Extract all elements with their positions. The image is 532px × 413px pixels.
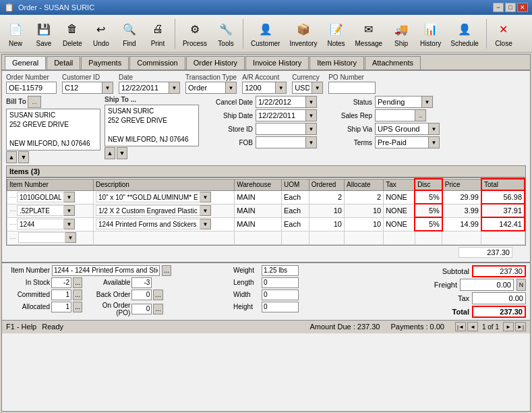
sales-rep-input[interactable] bbox=[375, 109, 415, 121]
ship-via-dropdown[interactable]: ▼ bbox=[429, 123, 440, 135]
transaction-type-input[interactable] bbox=[185, 82, 226, 94]
bill-to-scroll-down[interactable]: ▼ bbox=[18, 151, 29, 163]
in-stock-dots[interactable]: ... bbox=[73, 277, 82, 288]
notes-button[interactable]: 📝 Notes bbox=[324, 18, 349, 49]
customer-id-dropdown[interactable]: ▼ bbox=[102, 82, 113, 94]
tab-order-history[interactable]: Order History bbox=[186, 56, 245, 70]
delete-button[interactable]: 🗑 Delete bbox=[59, 18, 86, 49]
nav-first[interactable]: |◄ bbox=[455, 322, 466, 331]
terms-input[interactable] bbox=[375, 136, 429, 148]
nav-last[interactable]: ►| bbox=[515, 322, 526, 331]
store-id-input[interactable] bbox=[256, 123, 306, 135]
date-dropdown[interactable]: ▼ bbox=[169, 82, 180, 94]
row1-desc-dropdown[interactable]: ▼ bbox=[200, 192, 211, 202]
on-order-input[interactable] bbox=[131, 304, 152, 314]
row2-desc-dropdown[interactable]: ▼ bbox=[200, 205, 211, 216]
tab-attachments[interactable]: Attachments bbox=[365, 56, 421, 70]
available-input[interactable] bbox=[131, 277, 152, 288]
on-order-dots[interactable]: ... bbox=[153, 304, 162, 314]
undo-button[interactable]: ↩ Undo bbox=[88, 18, 114, 49]
cancel-date-input[interactable] bbox=[256, 96, 306, 108]
tab-invoice-history[interactable]: Invoice History bbox=[245, 56, 309, 70]
find-button[interactable]: 🔍 Find bbox=[117, 18, 142, 49]
freight-btn[interactable]: N bbox=[516, 279, 526, 291]
allocated-dots[interactable]: ... bbox=[73, 302, 82, 312]
row3-desc-dropdown[interactable]: ▼ bbox=[200, 219, 211, 229]
back-order-dots[interactable]: ... bbox=[153, 290, 162, 300]
row2-desc-input[interactable] bbox=[96, 205, 200, 216]
tab-item-history[interactable]: Item History bbox=[309, 56, 364, 70]
empty-r1-input[interactable] bbox=[18, 232, 65, 243]
tab-detail[interactable]: Detail bbox=[47, 56, 80, 70]
minimize-button[interactable]: − bbox=[493, 3, 504, 12]
nav-next[interactable]: ► bbox=[503, 322, 514, 331]
currency-input[interactable] bbox=[292, 82, 312, 94]
subtotal-value[interactable] bbox=[472, 265, 526, 277]
order-number-input[interactable] bbox=[6, 82, 57, 94]
tools-button[interactable]: 🔧 Tools bbox=[213, 18, 239, 49]
length-input[interactable] bbox=[262, 277, 299, 288]
bill-to-scroll-up[interactable]: ▲ bbox=[6, 151, 17, 163]
message-button[interactable]: ✉ Message bbox=[352, 18, 386, 49]
row3-item-dropdown[interactable]: ▼ bbox=[64, 219, 75, 229]
row3-item-input[interactable] bbox=[17, 219, 64, 229]
fob-input[interactable] bbox=[256, 136, 306, 148]
committed-input[interactable] bbox=[51, 290, 71, 300]
back-order-input[interactable] bbox=[131, 290, 152, 300]
close-toolbar-button[interactable]: ✕ Close bbox=[491, 18, 516, 49]
ship-via-input[interactable] bbox=[375, 123, 429, 135]
inventory-button[interactable]: 📦 Inventory bbox=[286, 18, 320, 49]
terms-dropdown[interactable]: ▼ bbox=[429, 136, 440, 148]
tab-general[interactable]: General bbox=[5, 56, 46, 70]
bill-to-button[interactable]: ... bbox=[28, 96, 41, 108]
customer-button[interactable]: 👤 Customer bbox=[247, 18, 283, 49]
row2-item-dropdown[interactable]: ▼ bbox=[64, 205, 75, 216]
height-input[interactable] bbox=[262, 302, 299, 312]
empty-r1-dropdown[interactable]: ▼ bbox=[65, 232, 76, 243]
weight-input[interactable] bbox=[262, 265, 299, 276]
save-button[interactable]: 💾 Save bbox=[31, 18, 57, 49]
new-button[interactable]: 📄 New bbox=[3, 18, 28, 49]
process-button[interactable]: ⚙ Process bbox=[179, 18, 210, 49]
item-number-input-bp[interactable] bbox=[52, 265, 160, 276]
status-dropdown[interactable]: ▼ bbox=[422, 96, 433, 108]
nav-prev[interactable]: ◄ bbox=[467, 322, 478, 331]
tab-payments[interactable]: Payments bbox=[81, 56, 129, 70]
store-id-dropdown[interactable]: ▼ bbox=[306, 123, 317, 135]
in-stock-input[interactable] bbox=[51, 277, 71, 288]
tax-value[interactable] bbox=[472, 292, 526, 304]
customer-id-input[interactable] bbox=[62, 82, 102, 94]
sales-rep-dots[interactable]: ... bbox=[415, 109, 426, 121]
cancel-date-dropdown[interactable]: ▼ bbox=[306, 96, 317, 108]
item-number-dots[interactable]: ... bbox=[162, 265, 171, 276]
close-button[interactable]: ✕ bbox=[517, 3, 528, 12]
status-input[interactable] bbox=[375, 96, 422, 108]
print-button[interactable]: 🖨 Print bbox=[145, 18, 171, 49]
currency-dropdown[interactable]: ▼ bbox=[312, 82, 323, 94]
allocated-input[interactable] bbox=[51, 302, 71, 312]
transaction-type-dropdown[interactable]: ▼ bbox=[226, 82, 237, 94]
ship-button[interactable]: 🚚 Ship bbox=[388, 18, 414, 49]
total-value[interactable] bbox=[472, 306, 526, 318]
ar-account-input[interactable] bbox=[242, 82, 276, 94]
row1-desc-input[interactable] bbox=[96, 192, 200, 202]
po-number-input[interactable] bbox=[328, 82, 376, 94]
width-input[interactable] bbox=[262, 290, 299, 300]
tab-commission[interactable]: Commission bbox=[129, 56, 185, 70]
freight-value[interactable] bbox=[460, 279, 514, 291]
ship-date-dropdown[interactable]: ▼ bbox=[306, 109, 317, 121]
schedule-button[interactable]: 👤 Schedule bbox=[447, 18, 482, 49]
maximize-button[interactable]: □ bbox=[505, 3, 516, 12]
ship-date-input[interactable] bbox=[256, 109, 306, 121]
row3-desc-input[interactable] bbox=[96, 219, 200, 229]
date-input[interactable] bbox=[119, 82, 169, 94]
ship-to-scroll-up[interactable]: ▲ bbox=[105, 147, 115, 159]
row2-item-input[interactable] bbox=[17, 205, 64, 216]
ship-to-scroll-down[interactable]: ▼ bbox=[117, 147, 127, 159]
fob-dropdown[interactable]: ▼ bbox=[306, 136, 317, 148]
ar-account-dropdown[interactable]: ▼ bbox=[276, 82, 287, 94]
committed-dots[interactable]: ... bbox=[73, 290, 82, 300]
row1-item-input[interactable] bbox=[17, 192, 64, 202]
history-button[interactable]: 📊 History bbox=[417, 18, 444, 49]
row1-item-dropdown[interactable]: ▼ bbox=[64, 192, 75, 202]
